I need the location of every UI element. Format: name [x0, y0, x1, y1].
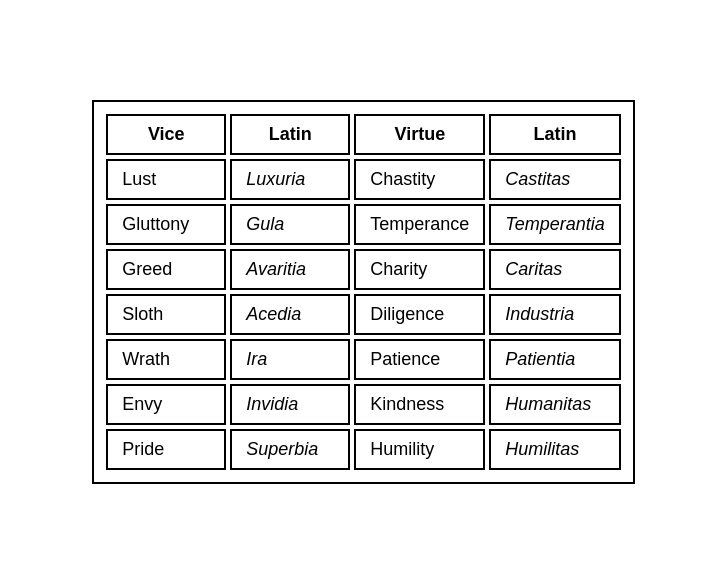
- virtue-cell: Diligence: [354, 294, 485, 335]
- virtue-latin-cell: Caritas: [489, 249, 620, 290]
- header-latin-vice: Latin: [230, 114, 350, 155]
- vice-latin-cell: Avaritia: [230, 249, 350, 290]
- vice-latin-cell: Luxuria: [230, 159, 350, 200]
- vice-cell: Wrath: [106, 339, 226, 380]
- virtue-cell: Humility: [354, 429, 485, 470]
- header-row: Vice Latin Virtue Latin: [106, 114, 620, 155]
- vice-latin-cell: Acedia: [230, 294, 350, 335]
- virtue-latin-cell: Industria: [489, 294, 620, 335]
- table-row: WrathIraPatiencePatientia: [106, 339, 620, 380]
- vice-cell: Pride: [106, 429, 226, 470]
- table-row: SlothAcediaDiligenceIndustria: [106, 294, 620, 335]
- virtue-latin-cell: Humilitas: [489, 429, 620, 470]
- vice-cell: Greed: [106, 249, 226, 290]
- header-latin-virtue: Latin: [489, 114, 620, 155]
- virtue-latin-cell: Patientia: [489, 339, 620, 380]
- outer-container: Vice Latin Virtue Latin LustLuxuriaChast…: [92, 100, 634, 484]
- virtue-latin-cell: Humanitas: [489, 384, 620, 425]
- vice-cell: Envy: [106, 384, 226, 425]
- vice-latin-cell: Superbia: [230, 429, 350, 470]
- table-row: PrideSuperbiaHumilityHumilitas: [106, 429, 620, 470]
- vice-latin-cell: Ira: [230, 339, 350, 380]
- table-row: EnvyInvidiaKindnessHumanitas: [106, 384, 620, 425]
- vice-latin-cell: Invidia: [230, 384, 350, 425]
- vice-cell: Gluttony: [106, 204, 226, 245]
- virtue-latin-cell: Temperantia: [489, 204, 620, 245]
- vice-latin-cell: Gula: [230, 204, 350, 245]
- virtue-cell: Charity: [354, 249, 485, 290]
- table-row: GluttonyGulaTemperanceTemperantia: [106, 204, 620, 245]
- virtue-cell: Kindness: [354, 384, 485, 425]
- table-row: GreedAvaritiaCharityCaritas: [106, 249, 620, 290]
- header-virtue: Virtue: [354, 114, 485, 155]
- virtue-cell: Temperance: [354, 204, 485, 245]
- virtues-vices-table: Vice Latin Virtue Latin LustLuxuriaChast…: [102, 110, 624, 474]
- virtue-latin-cell: Castitas: [489, 159, 620, 200]
- virtue-cell: Chastity: [354, 159, 485, 200]
- virtue-cell: Patience: [354, 339, 485, 380]
- header-vice: Vice: [106, 114, 226, 155]
- table-row: LustLuxuriaChastityCastitas: [106, 159, 620, 200]
- vice-cell: Lust: [106, 159, 226, 200]
- vice-cell: Sloth: [106, 294, 226, 335]
